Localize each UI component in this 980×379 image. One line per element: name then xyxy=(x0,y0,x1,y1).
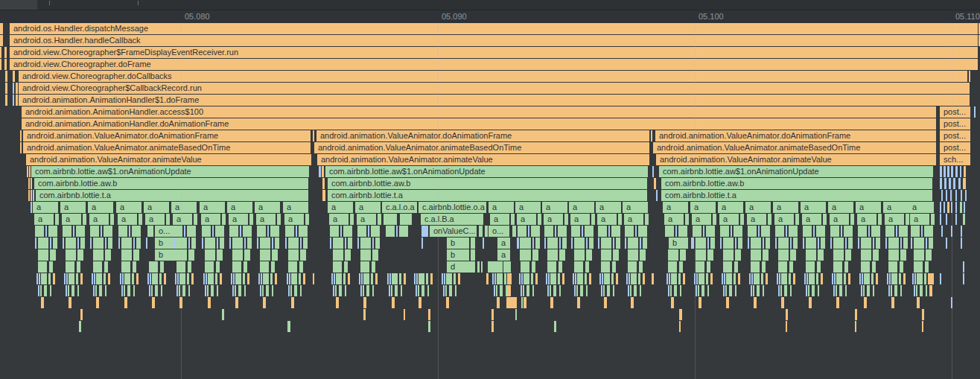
frame-sliver[interactable] xyxy=(159,273,162,284)
frame-sliver[interactable] xyxy=(950,190,952,201)
frame-sliver[interactable] xyxy=(604,297,607,308)
frame-sliver[interactable] xyxy=(786,226,787,237)
frame-sliver[interactable] xyxy=(903,273,906,284)
frame-sliver[interactable] xyxy=(208,273,214,284)
frame-sliver[interactable] xyxy=(79,321,81,332)
frame-sliver[interactable] xyxy=(751,249,761,261)
frame-sliver[interactable] xyxy=(589,238,594,249)
frame-sliver[interactable] xyxy=(586,249,592,261)
frame-sliver[interactable] xyxy=(965,190,967,201)
frame-sliver[interactable] xyxy=(871,226,880,237)
frame-sliver[interactable] xyxy=(598,238,599,249)
frame-sliver[interactable] xyxy=(488,261,494,273)
frame-sliver[interactable] xyxy=(217,285,218,296)
frame-sliver[interactable] xyxy=(616,273,618,284)
frame-sliver[interactable] xyxy=(861,261,870,273)
frame-sliver[interactable] xyxy=(191,273,194,284)
frame-sliver[interactable] xyxy=(372,249,378,261)
frame-sliver[interactable] xyxy=(574,238,585,249)
frame-sliver[interactable] xyxy=(786,309,788,320)
frame-sliver[interactable] xyxy=(738,238,742,249)
frame-sliver[interactable] xyxy=(818,285,819,296)
frame-sliver[interactable] xyxy=(446,273,452,284)
frame-sliver[interactable] xyxy=(946,214,947,225)
frame-sliver[interactable] xyxy=(888,249,899,261)
frame-sliver[interactable] xyxy=(726,273,732,284)
frame-sliver[interactable] xyxy=(960,166,961,177)
frame-sliver[interactable] xyxy=(558,273,560,284)
frame-sliver[interactable] xyxy=(723,261,732,273)
frame-bar[interactable]: a xyxy=(909,202,934,213)
frame-sliver[interactable] xyxy=(868,226,870,237)
frame-sliver[interactable] xyxy=(836,297,839,308)
frame-sliver[interactable] xyxy=(775,226,784,237)
frame-sliver[interactable] xyxy=(724,273,725,284)
frame-sliver[interactable] xyxy=(76,226,85,237)
frame-sliver[interactable] xyxy=(696,249,706,261)
frame-sliver[interactable] xyxy=(455,285,456,296)
frame-sliver[interactable] xyxy=(0,47,1,58)
frame-sliver[interactable] xyxy=(491,309,494,320)
frame-sliver[interactable] xyxy=(0,35,3,46)
frame-sliver[interactable] xyxy=(481,261,483,273)
frame-sliver[interactable] xyxy=(303,273,305,284)
frame-sliver[interactable] xyxy=(922,309,924,320)
frame-sliver[interactable] xyxy=(121,261,130,273)
frame-sliver[interactable] xyxy=(547,249,558,261)
frame-bar[interactable]: a xyxy=(145,214,165,225)
frame-sliver[interactable] xyxy=(559,249,565,261)
frame-sliver[interactable] xyxy=(29,166,31,177)
frame-sliver[interactable] xyxy=(900,285,902,296)
frame-sliver[interactable] xyxy=(207,285,209,296)
frame-sliver[interactable] xyxy=(33,190,34,201)
frame-sliver[interactable] xyxy=(330,226,339,237)
frame-sliver[interactable] xyxy=(13,95,14,106)
frame-sliver[interactable] xyxy=(290,285,292,296)
frame-sliver[interactable] xyxy=(899,226,908,237)
frame-sliver[interactable] xyxy=(574,249,585,261)
frame-sliver[interactable] xyxy=(161,285,162,296)
frame-sliver[interactable] xyxy=(296,226,297,237)
frame-sliver[interactable] xyxy=(887,273,888,284)
frame-sliver[interactable] xyxy=(333,238,343,249)
frame-sliver[interactable] xyxy=(725,285,727,296)
frame-sliver[interactable] xyxy=(188,261,191,273)
frame-sliver[interactable] xyxy=(710,238,715,249)
frame-sliver[interactable] xyxy=(215,226,224,237)
frame-sliver[interactable] xyxy=(491,321,494,332)
frame-bar[interactable]: d xyxy=(447,261,475,273)
frame-sliver[interactable] xyxy=(538,214,541,225)
frame-sliver[interactable] xyxy=(685,214,689,225)
frame-sliver[interactable] xyxy=(206,273,207,284)
frame-bar[interactable]: android.animation.ValueAnimator.animateB… xyxy=(653,142,936,153)
frame-bar[interactable]: b xyxy=(155,249,179,261)
frame-sliver[interactable] xyxy=(333,249,343,261)
frame-sliver[interactable] xyxy=(421,226,428,237)
frame-sliver[interactable] xyxy=(749,273,751,284)
frame-sliver[interactable] xyxy=(713,214,716,225)
frame-sliver[interactable] xyxy=(862,273,863,284)
frame-sliver[interactable] xyxy=(421,285,424,296)
frame-sliver[interactable] xyxy=(786,321,787,332)
frame-sliver[interactable] xyxy=(270,226,279,237)
frame-bar[interactable]: com.airbnb.lottie.t.a xyxy=(36,190,308,201)
frame-sliver[interactable] xyxy=(272,285,273,296)
frame-bar[interactable]: com.airbnb.lottie.aw$1.onAnimationUpdate xyxy=(31,166,309,177)
frame-sliver[interactable] xyxy=(340,226,342,237)
frame-sliver[interactable] xyxy=(66,261,74,273)
frame-sliver[interactable] xyxy=(50,249,56,261)
frame-sliver[interactable] xyxy=(575,273,576,284)
frame-bar[interactable]: a xyxy=(489,202,514,213)
frame-sliver[interactable] xyxy=(836,273,842,284)
frame-sliver[interactable] xyxy=(39,273,40,284)
frame-sliver[interactable] xyxy=(532,249,538,261)
frame-sliver[interactable] xyxy=(671,273,677,284)
frame-sliver[interactable] xyxy=(519,273,521,284)
frame-sliver[interactable] xyxy=(775,238,777,249)
frame-sliver[interactable] xyxy=(651,130,652,141)
frame-sliver[interactable] xyxy=(63,238,64,249)
frame-sliver[interactable] xyxy=(731,226,732,237)
frame-sliver[interactable] xyxy=(603,285,605,296)
frame-bar[interactable]: a xyxy=(62,214,81,225)
frame-sliver[interactable] xyxy=(872,261,876,273)
